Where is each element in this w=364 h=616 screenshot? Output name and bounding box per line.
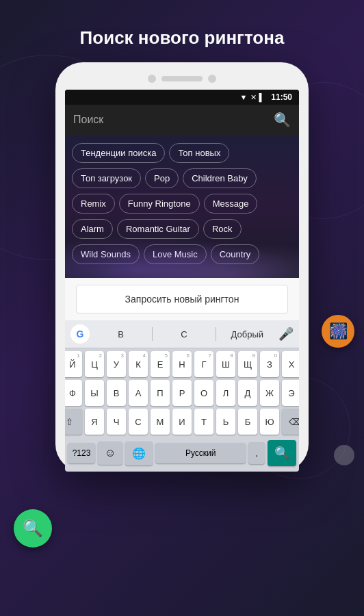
key-п[interactable]: П (151, 380, 170, 406)
tags-row-1: Топ загрузок Pop Children Baby (72, 168, 292, 188)
key-123[interactable]: ?123 (68, 443, 95, 463)
request-btn-area: Запросить новый рингтон (65, 278, 299, 320)
kbd-row-1: 1Й 2Ц 3У 4К 5Е 6Н 7Г 8Ш 9Щ 0З Х (68, 351, 296, 377)
tag-wild-sounds[interactable]: Wild Sounds (72, 244, 140, 264)
phone-frame: ▼ ✕ ▌ 11:50 Поиск 🔍 Тенденции поиска Топ… (55, 62, 309, 472)
key-ж[interactable]: Ж (260, 380, 279, 406)
tag-tendencies[interactable]: Тенденции поиска (72, 143, 165, 163)
key-л[interactable]: Л (216, 380, 235, 406)
status-icons: ▼ ✕ ▌ (240, 93, 265, 102)
key-е[interactable]: 5Е (151, 351, 170, 377)
kbd-row-2: Ф Ы В А П Р О Л Д Ж Э (68, 380, 296, 406)
search-input[interactable]: Поиск (73, 114, 274, 126)
suggestion-1[interactable]: В (92, 329, 149, 339)
backspace-key[interactable]: ⌫ (282, 409, 299, 435)
mic-icon[interactable]: 🎤 (278, 326, 294, 342)
search-submit-icon[interactable]: 🔍 (274, 112, 291, 128)
battery-icon: ▌ (259, 93, 265, 101)
request-ringtone-button[interactable]: Запросить новый рингтон (76, 285, 288, 313)
key-ц[interactable]: 2Ц (85, 351, 104, 377)
tags-row-4: Wild Sounds Love Music Country (72, 244, 292, 264)
tag-top-new[interactable]: Топ новых (169, 143, 229, 163)
tags-row-2: Remix Funny Ringtone Message (72, 194, 292, 214)
signal-icon: ✕ (250, 93, 257, 102)
suggestion-divider-2 (216, 327, 216, 341)
key-э[interactable]: Э (282, 380, 299, 406)
wifi-icon: ▼ (240, 93, 248, 101)
float-circle-decoration (334, 445, 354, 465)
float-fireworks-button[interactable]: 🎆 (322, 315, 354, 348)
tags-area: Тенденции поиска Топ новых Топ загрузок … (65, 135, 299, 278)
tag-funny-ringtone[interactable]: Funny Ringtone (119, 194, 200, 214)
phone-camera (148, 75, 156, 83)
dot-key[interactable]: . (248, 442, 265, 464)
key-т[interactable]: Т (194, 409, 213, 435)
key-ч[interactable]: Ч (107, 409, 126, 435)
suggestion-3[interactable]: Добрый (219, 329, 276, 339)
language-key[interactable]: Русский (155, 443, 246, 463)
tag-children-baby[interactable]: Children Baby (183, 168, 257, 188)
search-bar[interactable]: Поиск 🔍 (65, 105, 299, 135)
key-н[interactable]: 6Н (172, 351, 192, 377)
key-у[interactable]: 3У (107, 351, 126, 377)
key-с[interactable]: С (129, 409, 148, 435)
tag-alarm[interactable]: Alarm (72, 219, 113, 239)
key-к[interactable]: 4К (129, 351, 148, 377)
key-ш[interactable]: 8Ш (216, 351, 235, 377)
key-и[interactable]: И (172, 409, 192, 435)
tag-rock[interactable]: Rock (203, 219, 242, 239)
key-я[interactable]: Я (85, 409, 104, 435)
tag-message[interactable]: Message (204, 194, 258, 214)
key-г[interactable]: 7Г (194, 351, 213, 377)
key-ы[interactable]: Ы (85, 380, 104, 406)
key-щ[interactable]: 9Щ (238, 351, 257, 377)
key-а[interactable]: А (129, 380, 148, 406)
key-д[interactable]: Д (238, 380, 257, 406)
key-ф[interactable]: Ф (65, 380, 82, 406)
key-м[interactable]: М (151, 409, 170, 435)
globe-key[interactable]: 🌐 (125, 441, 153, 465)
tag-love-music[interactable]: Love Music (144, 244, 207, 264)
tag-country[interactable]: Country (211, 244, 260, 264)
key-ь[interactable]: Ь (216, 409, 235, 435)
suggestion-divider-1 (152, 327, 153, 341)
key-з[interactable]: 0З (260, 351, 279, 377)
key-х[interactable]: Х (282, 351, 299, 377)
kbd-row-3: ⇧ Я Ч С М И Т Ь Б Ю ⌫ (68, 409, 296, 435)
key-й[interactable]: 1Й (65, 351, 82, 377)
keyboard: G В С Добрый 🎤 1Й 2Ц 3У 4К 5Е 6Н (65, 320, 299, 472)
kbd-bottom-row: ?123 ☺ 🌐 Русский . 🔍 (65, 439, 299, 472)
phone-screen: ▼ ✕ ▌ 11:50 Поиск 🔍 Тенденции поиска Топ… (65, 90, 299, 472)
key-р[interactable]: Р (172, 380, 192, 406)
status-time: 11:50 (271, 92, 292, 102)
emoji-key[interactable]: ☺ (98, 441, 122, 465)
tag-top-downloads[interactable]: Топ загрузок (72, 168, 141, 188)
key-о[interactable]: О (194, 380, 213, 406)
page-title: Поиск нового рингтона (80, 27, 285, 49)
keyboard-search-key[interactable]: 🔍 (268, 440, 296, 466)
keyboard-rows: 1Й 2Ц 3У 4К 5Е 6Н 7Г 8Ш 9Щ 0З Х Ф Ы В (65, 348, 299, 439)
tag-remix[interactable]: Remix (72, 194, 115, 214)
float-search-button[interactable]: 🔍 (14, 509, 52, 548)
key-ю[interactable]: Ю (260, 409, 279, 435)
tag-romantic-guitar[interactable]: Romantic Guitar (117, 219, 199, 239)
status-bar: ▼ ✕ ▌ 11:50 (65, 90, 299, 105)
tags-row-3: Alarm Romantic Guitar Rock (72, 219, 292, 239)
tag-pop[interactable]: Pop (145, 168, 179, 188)
google-logo: G (70, 324, 90, 344)
suggestion-2[interactable]: С (155, 329, 212, 339)
phone-camera-right (208, 75, 216, 83)
key-в[interactable]: В (107, 380, 126, 406)
phone-speaker (161, 76, 203, 81)
keyboard-suggestions-row: G В С Добрый 🎤 (65, 320, 299, 348)
phone-top (65, 75, 299, 83)
key-б[interactable]: Б (238, 409, 257, 435)
shift-key[interactable]: ⇧ (65, 409, 82, 435)
tags-row-0: Тенденции поиска Топ новых (72, 143, 292, 163)
